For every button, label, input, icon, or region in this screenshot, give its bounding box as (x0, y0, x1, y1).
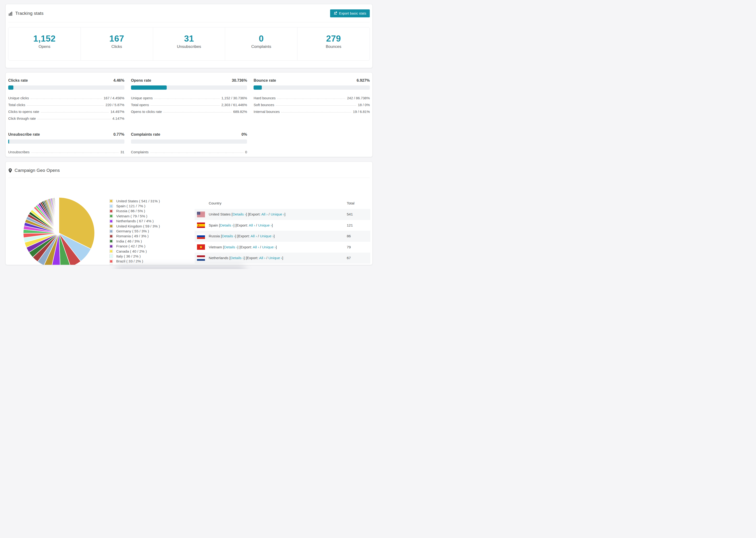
rate-block-unsubscribe-rate: Unsubscribe rate0.77%Unsubscribes31 (8, 127, 125, 154)
progress-bar (131, 85, 247, 90)
legend-item-germany[interactable]: Germany ( 55 / 3% ) (109, 229, 160, 234)
tracking-stats-title-row: Tracking stats (8, 11, 43, 16)
legend-swatch (109, 235, 113, 238)
stat-row: Click through rate4.147% (8, 114, 125, 120)
total-cell: 121 (347, 223, 370, 228)
rate-value: 4.46% (113, 78, 125, 82)
stat-value: 167 (81, 34, 153, 44)
geo-content: United States ( 541 / 31% )Spain ( 121 /… (6, 178, 372, 265)
stat-cell-bounces: 279Bounces (297, 27, 369, 60)
legend-item-netherlands[interactable]: Netherlands ( 67 / 4% ) (109, 219, 160, 224)
export-unique-link[interactable]: Unique › (258, 223, 272, 227)
progress-bar-fill (253, 85, 261, 90)
nl-flag-icon (197, 255, 205, 261)
stat-cell-clicks: 167Clicks (81, 27, 153, 60)
pie-legend: United States ( 541 / 31% )Spain ( 121 /… (109, 198, 160, 265)
tracking-stats-header: Tracking stats Export basic stats (6, 4, 372, 17)
rates-row-2: Unsubscribe rate0.77%Unsubscribes31Compl… (6, 127, 372, 154)
stat-row-label: Unique opens (131, 96, 153, 100)
export-basic-stats-button[interactable]: Export basic stats (330, 9, 370, 17)
rate-head: Opens rate30.736% (131, 78, 247, 82)
stat-label: Clicks (81, 44, 153, 49)
geo-table-row-vn: Vietnam [Details ›] [Export: All › / Uni… (195, 242, 370, 253)
stat-row-value: 220 / 5.87% (106, 103, 125, 107)
legend-item-france[interactable]: France ( 42 / 2% ) (109, 244, 160, 249)
stat-label: Opens (9, 44, 81, 49)
rate-rows: Complaints0 (131, 147, 247, 154)
legend-item-india[interactable]: India ( 46 / 3% ) (109, 239, 160, 243)
stat-cell-opens: 1,152Opens (9, 27, 81, 60)
legend-item-canada[interactable]: Canada ( 40 / 2% ) (109, 249, 160, 254)
stat-value: 279 (297, 34, 369, 44)
legend-item-united-states[interactable]: United States ( 541 / 31% ) (109, 198, 160, 203)
es-flag-icon (197, 223, 205, 228)
details-link[interactable]: Details › (222, 234, 235, 238)
legend-item-united-kingdom[interactable]: United Kingdom ( 59 / 3% ) (109, 224, 160, 229)
progress-bar (131, 139, 247, 144)
details-link[interactable]: Details › (220, 223, 233, 227)
geo-table-header: Country Total (195, 198, 370, 209)
legend-item-italy[interactable]: Italy ( 36 / 2% ) (109, 254, 160, 259)
geo-table-row-gb: United Kingdom [Details ›] [Export: All … (195, 264, 370, 265)
export-unique-link[interactable]: Unique › (262, 245, 276, 249)
stat-row-value: 19 / 6.81% (353, 110, 370, 114)
stat-row-label: Clicks to opens rate (8, 110, 39, 114)
stat-row-label: Total clicks (8, 103, 26, 107)
export-unique-link[interactable]: Unique › (260, 234, 274, 238)
stat-row-value: 2,303 / 61.446% (221, 103, 247, 107)
details-link[interactable]: Details › (233, 212, 246, 216)
details-link[interactable]: Details › (224, 245, 237, 249)
rate-head: Complaints rate0% (131, 132, 247, 136)
export-all-link[interactable]: All › (250, 234, 257, 238)
stat-row: Unique clicks167 / 4.456% (8, 93, 125, 100)
progress-bar (8, 85, 125, 90)
geo-table-row-es: Spain [Details ›] [Export: All › / Uniqu… (195, 220, 370, 231)
rate-block-opens-rate: Opens rate30.736%Unique opens1,152 / 30.… (131, 73, 247, 120)
total-cell: 541 (347, 212, 370, 216)
stat-row-label: Click through rate (8, 116, 36, 120)
stat-row-label: Hard bounces (253, 96, 275, 100)
legend-item-south-africa[interactable]: South Africa ( 29 / 2% ) (109, 264, 160, 265)
legend-label: Canada ( 40 / 2% ) (116, 249, 147, 253)
legend-item-brazil[interactable]: Brazil ( 33 / 2% ) (109, 259, 160, 264)
legend-label: India ( 46 / 3% ) (116, 239, 142, 243)
stat-label: Bounces (297, 44, 369, 49)
stat-row-label: Unique clicks (8, 96, 29, 100)
stat-row: Unsubscribes31 (8, 147, 125, 154)
geo-table-row-ru: Russia [Details ›] [Export: All › / Uniq… (195, 231, 370, 242)
export-icon (334, 11, 337, 16)
export-unique-link[interactable]: Unique › (268, 256, 282, 260)
legend-label: Germany ( 55 / 3% ) (116, 229, 149, 233)
stat-row: Unique opens1,152 / 30.736% (131, 93, 247, 100)
legend-item-spain[interactable]: Spain ( 121 / 7% ) (109, 203, 160, 208)
stat-row: Total opens2,303 / 61.446% (131, 100, 247, 107)
export-all-link[interactable]: All › (261, 212, 268, 216)
legend-item-vietnam[interactable]: Vietnam ( 79 / 5% ) (109, 214, 160, 219)
legend-swatch (109, 254, 113, 258)
stat-cell-unsubscribes: 31Unsubscribes (153, 27, 225, 60)
bar-chart-icon (8, 11, 13, 16)
export-all-link[interactable]: All › (249, 223, 255, 227)
export-unique-link[interactable]: Unique › (271, 212, 285, 216)
rates-row-1: Clicks rate4.46%Unique clicks167 / 4.456… (6, 73, 372, 120)
export-all-link[interactable]: All › (259, 256, 266, 260)
geo-table-row-us: United States [Details ›] [Export: All ›… (195, 209, 370, 220)
total-cell: 79 (347, 245, 370, 249)
legend-swatch (109, 224, 113, 228)
stat-row-value: 167 / 4.456% (104, 96, 124, 100)
country-cell: Russia [Details ›] [Export: All › / Uniq… (209, 234, 347, 238)
details-link[interactable]: Details › (230, 256, 244, 260)
rate-value: 6.927% (357, 78, 370, 82)
legend-item-russia[interactable]: Russia ( 86 / 5% ) (109, 209, 160, 214)
legend-label: Vietnam ( 79 / 5% ) (116, 214, 147, 218)
rate-title: Bounce rate (253, 78, 276, 82)
rate-block-spacer (253, 127, 370, 154)
legend-item-romania[interactable]: Romania ( 49 / 3% ) (109, 234, 160, 239)
progress-bar (253, 85, 370, 90)
page-title: Tracking stats (15, 11, 43, 16)
rate-title: Unsubscribe rate (8, 132, 40, 136)
rate-title: Complaints rate (131, 132, 160, 136)
export-all-link[interactable]: All › (253, 245, 259, 249)
geo-title-row: Campaign Geo Opens (8, 168, 60, 173)
stat-row-value: 242 / 86.738% (347, 96, 370, 100)
